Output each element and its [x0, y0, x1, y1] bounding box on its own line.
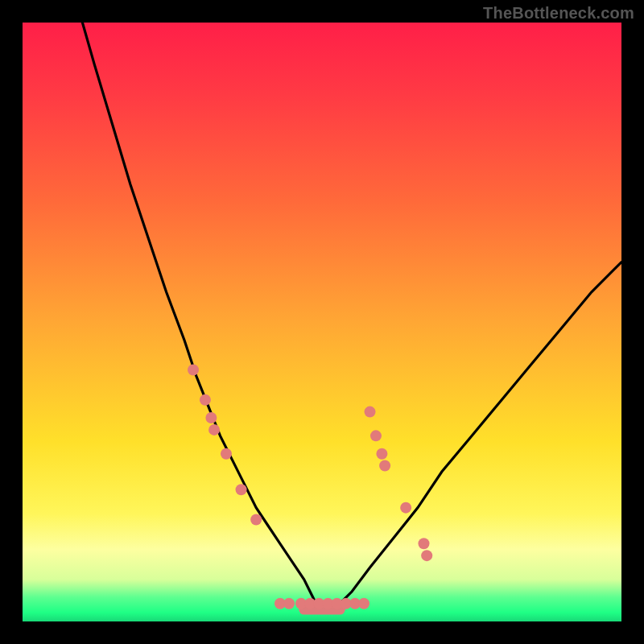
markers-left-point: [208, 424, 220, 436]
bottleneck-curve: [82, 23, 621, 609]
markers-bottom-group: [275, 598, 369, 609]
curve-layer: [23, 23, 621, 621]
markers-right-point: [400, 502, 411, 514]
watermark-text: TheBottleneck.com: [483, 4, 634, 23]
markers-right-point: [379, 460, 390, 472]
markers-left-point: [221, 448, 232, 460]
markers-bottom-point: [358, 598, 369, 609]
markers-right-point: [365, 407, 376, 418]
chart-frame: TheBottleneck.com: [0, 0, 644, 644]
markers-left-point: [200, 394, 211, 406]
markers-right-point: [418, 538, 429, 549]
markers-left-point: [205, 412, 217, 423]
markers-right-point: [370, 430, 382, 441]
markers-left-point: [250, 514, 262, 526]
markers-left-point: [188, 365, 199, 376]
markers-bottom-point: [283, 598, 295, 609]
markers-right-group: [365, 407, 433, 562]
markers-right-point: [376, 448, 387, 460]
plot-area: [23, 23, 621, 621]
markers-right-point: [421, 550, 432, 561]
markers-left-point: [236, 484, 247, 495]
